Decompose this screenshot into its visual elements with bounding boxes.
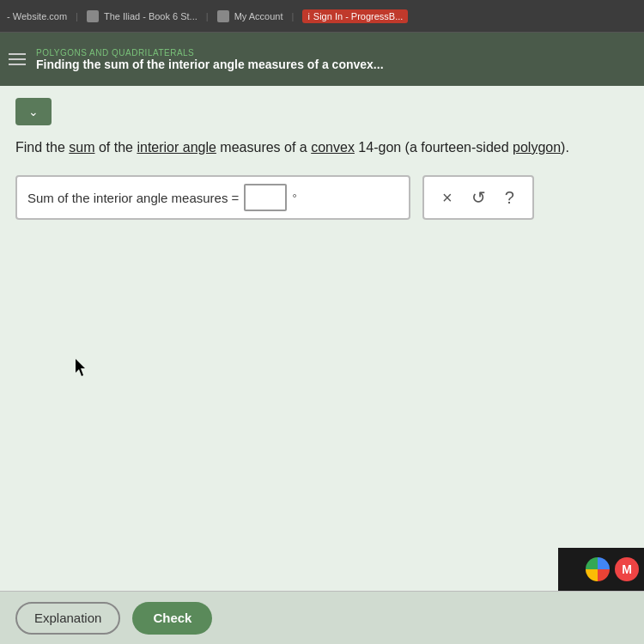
- problem-underline-sum: sum: [69, 140, 94, 155]
- signin-indicator: i Sign In - ProgressB...: [302, 9, 408, 23]
- answer-input[interactable]: [244, 184, 287, 211]
- browser-tab-iliad[interactable]: The Iliad - Book 6 St...: [87, 10, 197, 22]
- content-area: ⌄ Find the sum of the interior angle mea…: [0, 86, 644, 555]
- answer-label: Sum of the interior angle measures =: [27, 191, 239, 205]
- google-icon: [586, 557, 610, 581]
- nav-subtitle: POLYGONS AND QUADRILATERALS: [36, 48, 384, 58]
- browser-tab-signin[interactable]: i Sign In - ProgressB...: [302, 9, 408, 23]
- undo-button[interactable]: ↺: [466, 184, 491, 211]
- hamburger-menu[interactable]: [9, 53, 26, 65]
- degree-symbol: °: [292, 191, 296, 204]
- gmail-icon: M: [615, 557, 639, 581]
- close-button[interactable]: ×: [437, 185, 458, 211]
- bottom-bar: Explanation Check: [0, 591, 644, 644]
- problem-text-end: ).: [561, 140, 569, 155]
- controls-box: × ↺ ?: [422, 175, 534, 220]
- problem-text-mid2: measures of a: [216, 140, 311, 155]
- tab-icon-iliad: [87, 10, 99, 22]
- explanation-button[interactable]: Explanation: [15, 602, 120, 635]
- problem-underline-polygon: polygon: [513, 140, 561, 155]
- problem-text-before: Find the: [15, 140, 69, 155]
- empty-space: [15, 237, 629, 555]
- dropdown-button[interactable]: ⌄: [15, 98, 52, 125]
- problem-underline-interior: interior angle: [137, 140, 216, 155]
- answer-box: Sum of the interior angle measures = °: [15, 175, 410, 220]
- problem-underline-convex: convex: [311, 140, 355, 155]
- system-icons: M: [558, 548, 644, 591]
- problem-text-mid1: of the: [95, 140, 137, 155]
- check-button[interactable]: Check: [132, 602, 212, 635]
- browser-tab-account[interactable]: My Account: [217, 10, 283, 22]
- main-area: POLYGONS AND QUADRILATERALS Finding the …: [0, 33, 644, 644]
- nav-title: Finding the sum of the interior angle me…: [36, 58, 384, 71]
- chevron-down-icon: ⌄: [28, 105, 39, 118]
- tab-icon-account: [217, 10, 229, 22]
- browser-tab-website[interactable]: - Website.com: [7, 11, 67, 21]
- browser-bar: - Website.com | The Iliad - Book 6 St...…: [0, 0, 644, 33]
- help-button[interactable]: ?: [500, 185, 519, 211]
- answer-row: Sum of the interior angle measures = ° ×…: [15, 175, 629, 220]
- problem-text-mid3: 14-gon (a fourteen-sided: [355, 140, 513, 155]
- nav-text-block: POLYGONS AND QUADRILATERALS Finding the …: [36, 48, 384, 71]
- problem-text: Find the sum of the interior angle measu…: [15, 137, 629, 158]
- top-nav: POLYGONS AND QUADRILATERALS Finding the …: [0, 33, 644, 86]
